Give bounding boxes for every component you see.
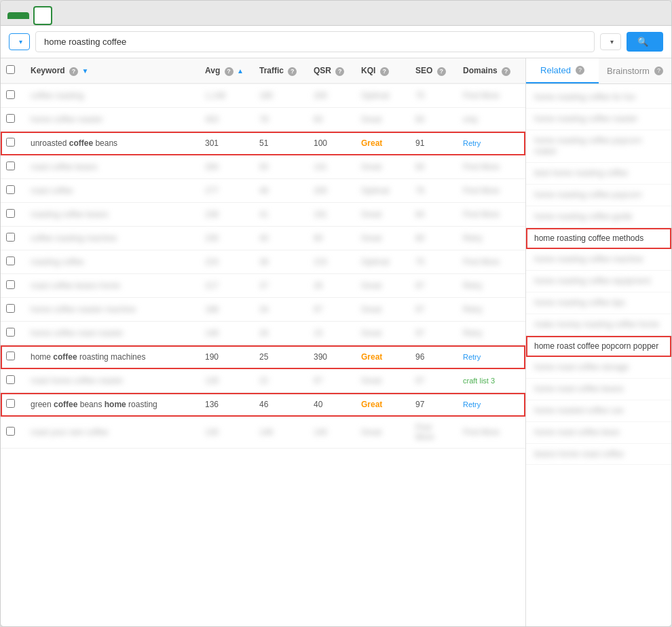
brainstorm-help-icon[interactable]: ? [654,66,663,75]
qsr-cell: 15 [308,322,356,345]
avg-column-header: Avg ? ▲ [200,58,254,83]
traffic-cell: 37 [254,274,308,298]
row-checkbox[interactable] [6,280,15,289]
keyword-text: roast home coffee roaster [31,376,124,385]
search-input[interactable] [35,31,595,52]
row-checkbox[interactable] [6,427,15,436]
related-list-item[interactable]: home roast coffee storage [526,357,671,379]
related-list-item[interactable]: best home roasting coffee [526,163,671,185]
row-checkbox[interactable] [6,304,15,313]
domains-cell: Retry [458,132,525,155]
table-row: roast coffee27748200Optimal76Find More [1,179,525,203]
domains-link[interactable]: Retry [463,400,481,408]
traffic-value: 48 [259,186,268,195]
seo-value: 96 [415,352,424,362]
row-checkbox[interactable] [6,233,15,242]
qsr-cell: 26 [308,274,356,298]
row-checkbox[interactable] [6,328,15,337]
phrase-dropdown[interactable]: ▾ [9,33,30,50]
avg-cell: 136 [200,393,254,417]
related-list-item[interactable]: home roasting coffee machine [526,249,671,271]
row-checkbox[interactable] [6,185,15,194]
seo-cell: 97 [410,274,458,298]
related-list-item[interactable]: home roasted coffee can [526,400,671,422]
traffic-value: 180 [259,91,273,100]
history-dropdown[interactable]: ▾ [600,33,621,50]
related-list-item[interactable]: home roasting coffee tips [526,292,671,314]
related-list-item[interactable]: beans home roast coffee [526,444,671,466]
related-list-item[interactable]: home roasting coffee equipment [526,271,671,292]
avg-help-icon[interactable]: ? [225,67,234,76]
kqi-value: Great [361,115,381,124]
avg-cell: 284 [200,155,254,179]
keyword-part: green [31,400,54,409]
keyword-cell: roasting coffee beans [25,203,200,227]
related-list-item[interactable]: make money roasting coffee home [526,314,671,336]
seo-help-icon[interactable]: ? [437,67,446,76]
seo-value: 76 [415,186,424,195]
related-list-item[interactable]: home roast coffee popcorn popper [526,336,671,358]
related-list-item[interactable]: home roasting coffee methods [526,228,671,250]
row-checkbox[interactable] [6,209,15,218]
related-item-text: home roast coffee bean [534,428,620,437]
kqi-value: Great [361,328,381,338]
related-list-item[interactable]: home roast coffee beans [526,379,671,400]
domains-link[interactable]: Retry [463,353,481,361]
traffic-value: 41 [259,210,268,219]
domains-link[interactable]: Retry [463,139,481,147]
keyword-text: roast coffee beans home [31,281,120,290]
row-checkbox[interactable] [6,375,15,384]
qsr-cell: 40 [308,393,356,417]
related-list-item[interactable]: home roasting coffee guide [526,206,671,228]
related-item-text: home roasted coffee can [534,406,624,415]
traffic-cell: 34 [254,298,308,322]
row-checkbox[interactable] [6,114,15,123]
seo-value: 97 [415,400,424,409]
row-checkbox[interactable] [6,256,15,265]
keyword-help-icon[interactable]: ? [69,67,78,76]
domains-cell: only [458,108,525,132]
qsr-value: 40 [314,400,322,409]
table-row: coffee roasting machine2304090Great80Ret… [1,227,525,250]
traffic-value: 38 [259,257,268,267]
traffic-help-icon[interactable]: ? [288,67,297,76]
find-keywords-button[interactable]: 🔍 [627,32,663,52]
row-checkbox[interactable] [6,162,15,170]
add-tab-button[interactable] [33,6,52,25]
related-list-item[interactable]: home roasting coffee popcorn maker [526,130,671,164]
domains-value: Find More [463,210,500,219]
keyword-part: unroasted [31,138,69,148]
related-tab[interactable]: Related ? [526,58,599,83]
avg-value: 148 [205,328,219,338]
keyword-bold-part: home [105,400,126,409]
row-checkbox[interactable] [6,352,15,360]
select-all-checkbox[interactable] [6,65,15,74]
keyword-bold-part: coffee [69,138,93,148]
domains-value: Retry [463,328,483,338]
domains-cell: Find More [458,83,525,108]
brainstorm-tab[interactable]: Brainstorm ? [599,58,671,83]
related-list-item[interactable]: home roasting coffee roaster [526,109,671,130]
traffic-value: 78 [259,115,268,124]
domains-help-icon[interactable]: ? [502,67,510,76]
keyword-sort-icon[interactable]: ▼ [81,67,88,75]
traffic-value: 51 [259,138,268,148]
qsr-help-icon[interactable]: ? [335,67,344,76]
kqi-help-icon[interactable]: ? [380,67,389,76]
row-checkbox[interactable] [6,90,15,99]
main-tab[interactable] [7,12,29,19]
related-list-item[interactable]: home roasting coffee popcorn [526,185,671,206]
seo-cell: 97 [410,298,458,322]
avg-sort-icon[interactable]: ▲ [237,67,244,75]
related-help-icon[interactable]: ? [576,66,584,75]
avg-value: 136 [205,400,219,409]
kqi-value: Optimal [361,186,389,195]
select-all-header [1,58,25,83]
related-list-item[interactable]: home roasting coffee for fun [526,87,671,109]
right-panel: Related ? Brainstorm ? home roasting cof… [525,58,671,626]
related-list-item[interactable]: home roast coffee bean [526,422,671,444]
row-checkbox-cell [1,322,25,345]
brainstorm-tab-label: Brainstorm [607,66,650,76]
row-checkbox[interactable] [6,138,15,147]
row-checkbox[interactable] [6,399,15,408]
